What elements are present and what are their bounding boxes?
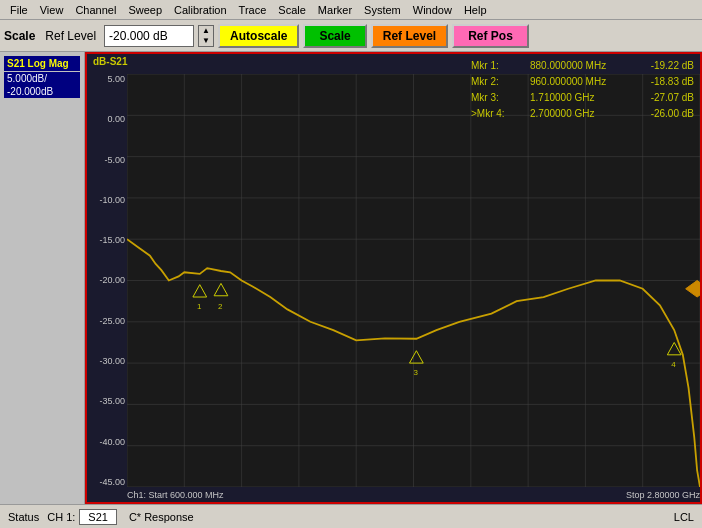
marker-3-freq: 1.710000 GHz	[530, 90, 630, 106]
marker-4-freq: 2.700000 GHz	[530, 106, 630, 122]
channel-info-line2: 5.000dB/	[4, 72, 80, 85]
response-label: C* Response	[129, 511, 194, 523]
y-label-8: -35.00	[87, 396, 127, 406]
menu-file[interactable]: File	[4, 4, 34, 16]
chart-top-label: dB-S21	[93, 56, 127, 67]
y-label-9: -40.00	[87, 437, 127, 447]
statusbar: Status CH 1: S21 C* Response LCL	[0, 504, 702, 528]
y-label-0: 5.00	[87, 74, 127, 84]
marker-row-1: Mkr 1: 880.000000 MHz -19.22 dB	[471, 58, 694, 74]
y-label-5: -20.00	[87, 275, 127, 285]
marker-4-val: -26.00 dB	[634, 106, 694, 122]
chart-start-label: Ch1: Start 600.000 MHz	[127, 490, 224, 500]
marker-3-label: Mkr 3:	[471, 90, 526, 106]
y-axis: 5.00 0.00 -5.00 -10.00 -15.00 -20.00 -25…	[87, 74, 127, 487]
marker-2-text: 2	[218, 302, 223, 311]
main-area: S21 Log Mag 5.000dB/ -20.000dB dB-S21 Mk…	[0, 52, 702, 504]
spinner-down[interactable]: ▼	[199, 36, 213, 46]
menubar: File View Channel Sweep Calibration Trac…	[0, 0, 702, 20]
chart-container: dB-S21 Mkr 1: 880.000000 MHz -19.22 dB M…	[85, 52, 702, 504]
chart-svg: 1 2 3 4	[127, 74, 700, 487]
y-label-7: -30.00	[87, 356, 127, 366]
trace-name: S21	[79, 509, 117, 525]
channel-info-line3: -20.000dB	[4, 85, 80, 98]
marker-4-text: 4	[671, 360, 676, 369]
menu-system[interactable]: System	[358, 4, 407, 16]
ch-label: CH 1:	[47, 511, 75, 523]
y-label-2: -5.00	[87, 155, 127, 165]
marker-3-text: 3	[414, 368, 419, 377]
menu-trace[interactable]: Trace	[233, 4, 273, 16]
toolbar: Scale Ref Level ▲ ▼ Autoscale Scale Ref …	[0, 20, 702, 52]
y-label-1: 0.00	[87, 114, 127, 124]
chart-stop-label: Stop 2.80000 GHz	[626, 490, 700, 500]
y-label-6: -25.00	[87, 316, 127, 326]
marker-row-4: >Mkr 4: 2.700000 GHz -26.00 dB	[471, 106, 694, 122]
channel-info-line1: S21 Log Mag	[4, 56, 80, 71]
marker-row-2: Mkr 2: 960.000000 MHz -18.83 dB	[471, 74, 694, 90]
ref-level-input[interactable]	[104, 25, 194, 47]
y-label-3: -10.00	[87, 195, 127, 205]
marker-4-label: >Mkr 4:	[471, 106, 526, 122]
marker-3-val: -27.07 dB	[634, 90, 694, 106]
menu-sweep[interactable]: Sweep	[122, 4, 168, 16]
scale-button[interactable]: Scale	[303, 24, 366, 48]
marker-2-val: -18.83 dB	[634, 74, 694, 90]
ref-level-label: Ref Level	[45, 29, 96, 43]
autoscale-button[interactable]: Autoscale	[218, 24, 299, 48]
left-panel: S21 Log Mag 5.000dB/ -20.000dB	[0, 52, 85, 504]
marker-2-freq: 960.000000 MHz	[530, 74, 630, 90]
menu-help[interactable]: Help	[458, 4, 493, 16]
menu-calibration[interactable]: Calibration	[168, 4, 233, 16]
reflevel-button[interactable]: Ref Level	[371, 24, 448, 48]
marker-1-text: 1	[197, 302, 202, 311]
marker-info: Mkr 1: 880.000000 MHz -19.22 dB Mkr 2: 9…	[471, 58, 694, 122]
marker-1-freq: 880.000000 MHz	[530, 58, 630, 74]
y-label-10: -45.00	[87, 477, 127, 487]
ref-level-spinner[interactable]: ▲ ▼	[198, 25, 214, 47]
marker-1-label: Mkr 1:	[471, 58, 526, 74]
chart-bottom: Ch1: Start 600.000 MHz Stop 2.80000 GHz	[127, 490, 700, 500]
menu-marker[interactable]: Marker	[312, 4, 358, 16]
scale-label: Scale	[4, 29, 35, 43]
status-ch: CH 1: S21	[47, 509, 117, 525]
marker-1-val: -19.22 dB	[634, 58, 694, 74]
marker-row-3: Mkr 3: 1.710000 GHz -27.07 dB	[471, 90, 694, 106]
y-label-4: -15.00	[87, 235, 127, 245]
refpos-button[interactable]: Ref Pos	[452, 24, 529, 48]
status-label: Status	[8, 511, 39, 523]
spinner-up[interactable]: ▲	[199, 26, 213, 36]
menu-view[interactable]: View	[34, 4, 70, 16]
menu-window[interactable]: Window	[407, 4, 458, 16]
menu-scale[interactable]: Scale	[272, 4, 312, 16]
marker-2-label: Mkr 2:	[471, 74, 526, 90]
lcl-label: LCL	[674, 511, 694, 523]
menu-channel[interactable]: Channel	[69, 4, 122, 16]
